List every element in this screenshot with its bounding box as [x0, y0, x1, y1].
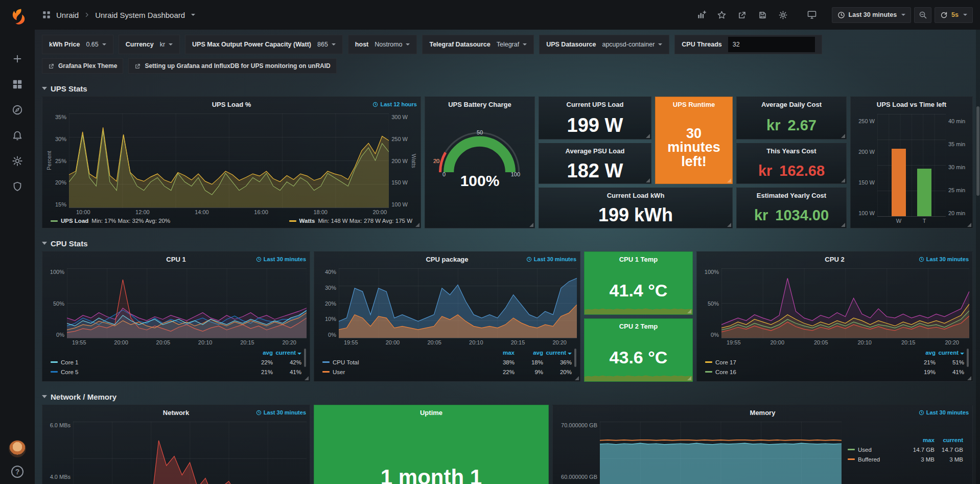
panel-time-override[interactable]: Last 30 minutes [256, 256, 306, 262]
page-title[interactable]: Unraid System Dashboard [95, 11, 185, 19]
variable-ups-max-output[interactable]: UPS Max Output Power Capacity (Watt) 865 [185, 35, 343, 54]
scrollbar-thumb[interactable] [976, 106, 979, 196]
series-name[interactable]: Core 1 [51, 359, 244, 365]
panel-resize-handle[interactable] [727, 223, 731, 227]
grafana-logo-icon[interactable] [7, 6, 28, 28]
panel-title[interactable]: This Years Cost [766, 147, 816, 155]
panel-resize-handle[interactable] [841, 134, 845, 138]
panel-resize-handle[interactable] [415, 223, 419, 227]
chevron-down-icon[interactable] [191, 14, 195, 16]
series-name[interactable]: Watts [299, 218, 315, 224]
panel-title[interactable]: Uptime [420, 409, 442, 417]
share-button[interactable] [734, 7, 751, 23]
legend-scrollbar[interactable] [574, 349, 576, 367]
dashboard-link-plex-theme[interactable]: Grafana Plex Theme [42, 58, 123, 74]
cpu-threads-input[interactable] [728, 37, 815, 52]
user-avatar[interactable] [9, 440, 26, 457]
cpu2-chart[interactable] [721, 268, 969, 338]
panel-title[interactable]: Network [163, 409, 189, 417]
panel-title[interactable]: CPU 1 Temp [619, 256, 658, 263]
cpu1-chart[interactable] [67, 268, 307, 338]
memory-chart[interactable] [600, 422, 842, 484]
help-icon[interactable]: ? [11, 466, 24, 478]
row-header-network-memory[interactable]: Network / Memory [42, 391, 973, 402]
apps-grid-icon[interactable] [42, 10, 51, 19]
add-panel-button[interactable] [693, 7, 710, 23]
panel-time-override[interactable]: Last 30 minutes [526, 256, 576, 262]
variable-value-dropdown[interactable]: Telegraf [497, 41, 527, 48]
series-name[interactable]: Used [848, 447, 906, 453]
panel-time-override[interactable]: Last 30 minutes [256, 409, 306, 416]
series-name[interactable]: UPS Load [61, 218, 88, 224]
panel-resize-handle[interactable] [646, 178, 650, 182]
variable-value-dropdown[interactable]: 865 [317, 41, 336, 48]
legend-header-avg[interactable]: avg [244, 350, 273, 356]
panel-title[interactable]: UPS Battery Charge [448, 101, 511, 108]
panel-title[interactable]: CPU package [426, 256, 468, 263]
sidebar-item-create[interactable] [10, 51, 25, 66]
panel-title[interactable]: CPU 2 [825, 256, 844, 263]
sidebar-item-configuration[interactable] [10, 153, 25, 169]
sidebar-item-alerting[interactable] [10, 128, 25, 143]
panel-resize-handle[interactable] [967, 223, 971, 227]
series-name[interactable]: Core 16 [705, 369, 907, 375]
legend-header-current[interactable]: current [935, 437, 963, 443]
panel-time-override[interactable]: Last 30 minutes [919, 256, 969, 262]
variable-host[interactable]: host Nostromo [348, 35, 417, 54]
variable-currency[interactable]: Currency kr [119, 35, 180, 54]
refresh-picker[interactable]: 5s [935, 7, 973, 23]
panel-title[interactable]: CPU 2 Temp [619, 322, 658, 330]
panel-resize-handle[interactable] [727, 178, 731, 182]
legend-header-current[interactable]: current [273, 350, 301, 356]
row-header-ups-stats[interactable]: UPS Stats [42, 83, 973, 94]
cycle-view-mode-button[interactable] [803, 7, 821, 23]
legend-header-avg[interactable]: avg [515, 350, 543, 356]
panel-time-override[interactable]: Last 12 hours [372, 101, 417, 107]
page-scrollbar[interactable] [976, 30, 980, 484]
ups-load-chart[interactable] [69, 113, 389, 208]
variable-value-dropdown[interactable]: apcupsd-container [602, 41, 662, 48]
panel-resize-handle[interactable] [575, 376, 579, 380]
panel-title[interactable]: Current UPS Load [567, 101, 624, 108]
panel-title[interactable]: UPS Runtime [673, 101, 715, 108]
time-range-picker[interactable]: Last 30 minutes [832, 7, 911, 23]
panel-resize-handle[interactable] [841, 223, 845, 227]
sidebar-item-server-admin[interactable] [10, 179, 25, 194]
cpu-package-chart[interactable] [339, 268, 577, 338]
sidebar-item-explore[interactable] [10, 102, 25, 118]
legend-scrollbar[interactable] [304, 349, 306, 367]
save-button[interactable] [754, 7, 772, 23]
variable-telegraf-datasource[interactable]: Telegraf Datasource Telegraf [422, 35, 534, 54]
panel-resize-handle[interactable] [841, 178, 845, 182]
panel-resize-handle[interactable] [646, 134, 650, 138]
panel-title[interactable]: Memory [750, 409, 776, 417]
legend-header-avg[interactable]: avg [907, 350, 936, 356]
variable-value-dropdown[interactable]: 0.65 [86, 41, 106, 48]
series-name[interactable]: User [322, 369, 486, 375]
legend-header-max[interactable]: max [906, 437, 935, 443]
panel-time-override[interactable]: Last 30 minutes [919, 409, 969, 416]
panel-resize-handle[interactable] [967, 376, 971, 380]
sidebar-item-dashboards[interactable] [10, 77, 25, 92]
legend-header-current[interactable]: current [543, 350, 572, 356]
series-name[interactable]: Buffered [848, 456, 906, 463]
row-header-cpu-stats[interactable]: CPU Stats [42, 238, 973, 249]
zoom-out-button[interactable] [914, 7, 931, 23]
panel-resize-handle[interactable] [529, 223, 533, 227]
series-name[interactable]: Core 17 [705, 359, 907, 365]
variable-kwh-price[interactable]: kWh Price 0.65 [42, 35, 113, 54]
legend-scrollbar[interactable] [967, 349, 969, 367]
network-chart[interactable] [73, 422, 307, 484]
dashboard-settings-button[interactable] [775, 7, 792, 23]
dashboard-link-ups-guide[interactable]: Setting up Grafana and InfluxDB for UPS … [128, 58, 336, 74]
series-name[interactable]: CPU Total [322, 359, 486, 365]
legend-header-max[interactable]: max [486, 350, 515, 356]
variable-ups-datasource[interactable]: UPS Datasource apcupsd-container [539, 35, 669, 54]
breadcrumb-folder[interactable]: Unraid [56, 11, 79, 19]
variable-value-dropdown[interactable]: Nostromo [375, 41, 410, 48]
panel-resize-handle[interactable] [305, 376, 309, 380]
panel-title[interactable]: Estimated Yearly Cost [757, 192, 826, 199]
panel-title[interactable]: Current Load kWh [607, 192, 665, 199]
panel-title[interactable]: UPS Load % [212, 101, 251, 108]
panel-title[interactable]: Average PSU Load [566, 147, 625, 155]
